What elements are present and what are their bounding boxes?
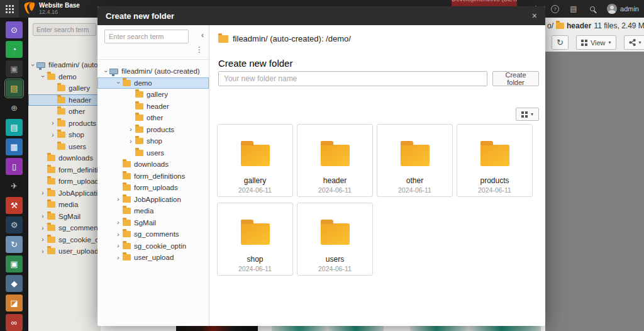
help-icon[interactable]: ?: [551, 5, 559, 13]
tree-item-label: products: [147, 126, 174, 133]
folder-card-users[interactable]: users2024-06-11: [297, 203, 373, 276]
module-dashboard-icon[interactable]: ◔: [6, 41, 23, 58]
tree-item-media[interactable]: media: [28, 199, 101, 211]
tree-item-user-upload[interactable]: ›user_upload: [28, 245, 101, 257]
search-icon[interactable]: [588, 4, 597, 13]
chevron-closed-icon[interactable]: ›: [40, 236, 46, 243]
tree-item-shop[interactable]: ›shop: [97, 135, 209, 147]
module-rocket-icon[interactable]: ✈: [6, 177, 23, 194]
chevron-closed-icon[interactable]: ›: [40, 189, 46, 196]
tree-item-sgmail[interactable]: ›SgMail: [28, 211, 101, 223]
chevron-closed-icon[interactable]: ›: [50, 120, 56, 126]
module-forms-icon[interactable]: ▤: [6, 119, 23, 136]
tree-item-user-upload[interactable]: ›user_upload: [97, 252, 209, 264]
folder-card-gallery[interactable]: gallery2024-06-11: [217, 124, 293, 197]
tree-item-label: SgMail: [58, 213, 80, 220]
tree-item-form-definitions[interactable]: form_definitions: [97, 171, 209, 182]
tree-item-jobapplication[interactable]: ›JobApplication: [97, 194, 209, 206]
tree-item-downloads[interactable]: downloads: [28, 152, 101, 164]
chevron-closed-icon[interactable]: ›: [115, 219, 121, 226]
chevron-open-icon[interactable]: ›: [103, 68, 109, 74]
tree-item-form-uploads[interactable]: form_uploads: [28, 176, 101, 188]
close-icon[interactable]: ×: [532, 11, 537, 21]
tree-item-users[interactable]: users: [97, 147, 209, 159]
viewmode-dropdown-button[interactable]: ▾: [516, 108, 539, 121]
chevron-open-icon[interactable]: ›: [115, 80, 122, 86]
tree-item-other[interactable]: other: [28, 106, 101, 118]
tree-item-gallery[interactable]: gallery: [28, 82, 101, 94]
tree-item-jobapplication[interactable]: ›JobApplication: [28, 188, 101, 199]
chevron-closed-icon[interactable]: ›: [115, 196, 121, 203]
tree-item-header[interactable]: header: [97, 101, 209, 113]
tree-item-media[interactable]: media: [97, 205, 209, 217]
tree-item-header[interactable]: header: [28, 94, 101, 106]
tree-item-products[interactable]: ›products: [28, 118, 101, 130]
magnifier-glyph: [590, 6, 595, 11]
chevron-open-icon[interactable]: ›: [30, 62, 36, 68]
folder-card-header[interactable]: header2024-06-11: [297, 124, 373, 197]
folder-card-products[interactable]: products2024-06-11: [457, 124, 533, 197]
create-folder-modal: Create new folder × ‹ ⋮ ›fileadmin/ (aut…: [97, 6, 545, 326]
chevron-closed-icon[interactable]: ›: [115, 254, 121, 261]
module-extensions-cube-icon[interactable]: ◪: [6, 295, 23, 311]
view-dropdown-button[interactable]: View ▾: [576, 35, 616, 50]
share-dropdown-button[interactable]: ▾: [624, 35, 644, 50]
tree-item-shop[interactable]: ›shop: [28, 129, 101, 141]
tree-item-fileadmin-auto-created-[interactable]: ›fileadmin/ (auto-created): [28, 59, 101, 71]
chevron-closed-icon[interactable]: ›: [128, 138, 134, 145]
folder-name-input[interactable]: [218, 71, 487, 86]
module-viewpage-icon[interactable]: ▯: [6, 158, 23, 175]
tree-item-sg-comments[interactable]: ›sg_comments: [97, 228, 209, 240]
tree-item-sg-comments[interactable]: ›sg_comments: [28, 222, 101, 234]
folder-icon: [47, 155, 55, 161]
chevron-closed-icon[interactable]: ›: [128, 126, 134, 133]
tree-item-form-uploads[interactable]: form_uploads: [97, 182, 209, 194]
tree-item-sg-cookie-optin[interactable]: ›sg_cookie_optin: [97, 240, 209, 252]
tree-item-demo[interactable]: ›demo: [28, 71, 101, 83]
module-page-layout-icon[interactable]: ▦: [6, 138, 23, 155]
user-menu[interactable]: admin: [607, 4, 639, 14]
folder-card-date: 2024-06-11: [238, 265, 272, 272]
tree-item-fileadmin-auto-created-[interactable]: ›fileadmin/ (auto-created): [97, 65, 209, 77]
module-images-icon[interactable]: ▣: [6, 60, 23, 77]
tree-item-sg-cookie-optin[interactable]: ›sg_cookie_optin: [28, 234, 101, 246]
chevron-closed-icon[interactable]: ›: [115, 242, 121, 249]
tree-item-label: other: [69, 108, 85, 115]
module-install-wrench-icon[interactable]: ⚒: [6, 197, 23, 214]
chevron-closed-icon[interactable]: ›: [40, 213, 46, 220]
tree-item-gallery[interactable]: gallery: [97, 89, 209, 101]
module-location-icon[interactable]: ⊙: [6, 21, 23, 38]
modal-tree-search-input[interactable]: [104, 30, 189, 43]
tree-search-input[interactable]: [33, 23, 96, 36]
tree-item-products[interactable]: ›products: [97, 124, 209, 136]
chevron-closed-icon[interactable]: ›: [40, 225, 46, 232]
refresh-button[interactable]: ↻: [552, 35, 569, 50]
module-sync-icon[interactable]: ↻: [6, 236, 23, 253]
kebab-menu-icon[interactable]: ⋮: [196, 45, 203, 54]
create-folder-button[interactable]: Create folder: [492, 71, 539, 86]
tree-item-users[interactable]: users: [28, 141, 101, 153]
module-settings-gear-icon[interactable]: ⚙: [6, 216, 23, 233]
module-filelist-icon[interactable]: ▤: [6, 80, 23, 97]
module-system-monitor-icon[interactable]: ▣: [6, 255, 23, 272]
modules-menu-button[interactable]: [0, 0, 19, 18]
tree-item-label: JobApplication: [58, 189, 101, 197]
module-web-globe-icon[interactable]: ⊕: [6, 99, 23, 116]
folder-icon: [47, 190, 55, 196]
chevron-open-icon[interactable]: ›: [40, 74, 47, 80]
module-list-icon[interactable]: ▤: [569, 4, 578, 13]
folder-card-date: 2024-06-11: [318, 265, 352, 272]
tree-item-form-definitions[interactable]: form_definitions: [28, 164, 101, 176]
tree-item-demo[interactable]: ›demo: [97, 77, 209, 89]
tree-item-sgmail[interactable]: ›SgMail: [97, 217, 209, 229]
folder-card-shop[interactable]: shop2024-06-11: [217, 203, 293, 276]
folder-card-other[interactable]: other2024-06-11: [377, 124, 453, 197]
module-security-shield-icon[interactable]: ◆: [6, 275, 23, 292]
collapse-panel-icon[interactable]: ‹: [201, 31, 204, 40]
tree-item-other[interactable]: other: [97, 112, 209, 124]
chevron-closed-icon[interactable]: ›: [50, 132, 56, 138]
tree-item-downloads[interactable]: downloads: [97, 159, 209, 171]
chevron-closed-icon[interactable]: ›: [115, 231, 121, 238]
module-recycler-mask-icon[interactable]: ∞: [6, 314, 23, 331]
chevron-closed-icon[interactable]: ›: [40, 248, 46, 255]
